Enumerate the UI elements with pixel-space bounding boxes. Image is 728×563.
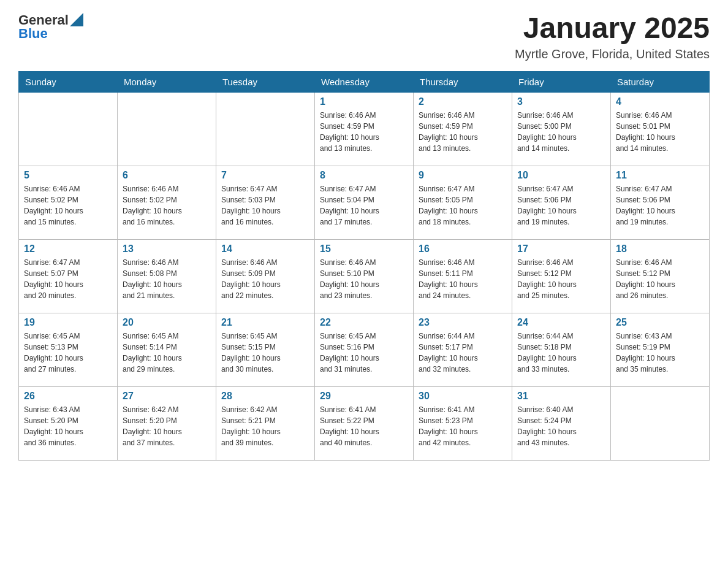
day-info: Sunrise: 6:42 AM Sunset: 5:21 PM Dayligh… [221,404,309,448]
day-info: Sunrise: 6:45 AM Sunset: 5:13 PM Dayligh… [24,331,112,375]
day-number: 4 [616,96,704,107]
calendar-cell [611,386,710,460]
day-number: 19 [24,317,112,328]
calendar-row-3: 19Sunrise: 6:45 AM Sunset: 5:13 PM Dayli… [19,313,710,386]
day-info: Sunrise: 6:46 AM Sunset: 4:59 PM Dayligh… [320,110,408,154]
day-info: Sunrise: 6:47 AM Sunset: 5:06 PM Dayligh… [616,183,704,228]
day-info: Sunrise: 6:47 AM Sunset: 5:07 PM Dayligh… [24,257,112,301]
calendar-cell: 22Sunrise: 6:45 AM Sunset: 5:16 PM Dayli… [315,313,414,386]
weekday-header-row: SundayMondayTuesdayWednesdayThursdayFrid… [19,71,710,92]
title-section: January 2025 Myrtle Grove, Florida, Unit… [515,12,710,61]
day-number: 12 [24,243,112,255]
calendar-cell: 5Sunrise: 6:46 AM Sunset: 5:02 PM Daylig… [19,166,118,239]
calendar-cell [19,92,118,166]
day-number: 5 [24,170,112,181]
calendar-cell: 13Sunrise: 6:46 AM Sunset: 5:08 PM Dayli… [118,239,216,313]
calendar-cell: 28Sunrise: 6:42 AM Sunset: 5:21 PM Dayli… [216,386,315,460]
calendar-cell: 1Sunrise: 6:46 AM Sunset: 4:59 PM Daylig… [315,92,414,166]
calendar-cell: 12Sunrise: 6:47 AM Sunset: 5:07 PM Dayli… [19,239,118,313]
calendar-cell: 31Sunrise: 6:40 AM Sunset: 5:24 PM Dayli… [512,386,611,460]
day-number: 11 [616,170,704,181]
calendar-cell: 21Sunrise: 6:45 AM Sunset: 5:15 PM Dayli… [216,313,315,386]
day-info: Sunrise: 6:47 AM Sunset: 5:06 PM Dayligh… [517,183,605,228]
day-number: 28 [221,391,309,402]
day-number: 30 [419,391,507,402]
calendar-subtitle: Myrtle Grove, Florida, United States [515,47,710,61]
calendar-row-0: 1Sunrise: 6:46 AM Sunset: 4:59 PM Daylig… [19,92,710,166]
calendar-cell: 14Sunrise: 6:46 AM Sunset: 5:09 PM Dayli… [216,239,315,313]
calendar-cell: 16Sunrise: 6:46 AM Sunset: 5:11 PM Dayli… [414,239,512,313]
logo-blue-text: Blue [18,26,83,42]
day-info: Sunrise: 6:47 AM Sunset: 5:04 PM Dayligh… [320,183,408,228]
day-info: Sunrise: 6:41 AM Sunset: 5:23 PM Dayligh… [419,404,507,448]
weekday-header-sunday: Sunday [19,71,118,92]
calendar-cell: 27Sunrise: 6:42 AM Sunset: 5:20 PM Dayli… [118,386,216,460]
day-info: Sunrise: 6:46 AM Sunset: 5:11 PM Dayligh… [419,257,507,301]
day-number: 18 [616,243,704,255]
day-number: 31 [517,391,605,402]
day-number: 6 [123,170,211,181]
calendar-cell: 26Sunrise: 6:43 AM Sunset: 5:20 PM Dayli… [19,386,118,460]
day-number: 3 [517,96,605,107]
day-info: Sunrise: 6:43 AM Sunset: 5:19 PM Dayligh… [616,331,704,375]
calendar-cell [118,92,216,166]
calendar-cell: 9Sunrise: 6:47 AM Sunset: 5:05 PM Daylig… [414,166,512,239]
calendar-cell: 17Sunrise: 6:46 AM Sunset: 5:12 PM Dayli… [512,239,611,313]
day-number: 27 [123,391,211,402]
calendar-cell: 25Sunrise: 6:43 AM Sunset: 5:19 PM Dayli… [611,313,710,386]
day-number: 24 [517,317,605,328]
weekday-header-monday: Monday [118,71,216,92]
calendar-cell [216,92,315,166]
calendar-cell: 8Sunrise: 6:47 AM Sunset: 5:04 PM Daylig… [315,166,414,239]
day-info: Sunrise: 6:45 AM Sunset: 5:16 PM Dayligh… [320,331,408,375]
day-info: Sunrise: 6:46 AM Sunset: 5:00 PM Dayligh… [517,110,605,154]
weekday-header-friday: Friday [512,71,611,92]
calendar-cell: 15Sunrise: 6:46 AM Sunset: 5:10 PM Dayli… [315,239,414,313]
calendar-cell: 29Sunrise: 6:41 AM Sunset: 5:22 PM Dayli… [315,386,414,460]
day-info: Sunrise: 6:41 AM Sunset: 5:22 PM Dayligh… [320,404,408,448]
day-number: 10 [517,170,605,181]
logo-triangle-icon [70,13,83,26]
day-info: Sunrise: 6:46 AM Sunset: 5:09 PM Dayligh… [221,257,309,301]
day-info: Sunrise: 6:43 AM Sunset: 5:20 PM Dayligh… [24,404,112,448]
calendar-cell: 3Sunrise: 6:46 AM Sunset: 5:00 PM Daylig… [512,92,611,166]
logo: General Blue [18,12,83,42]
day-number: 2 [419,96,507,107]
day-number: 21 [221,317,309,328]
calendar-cell: 18Sunrise: 6:46 AM Sunset: 5:12 PM Dayli… [611,239,710,313]
day-number: 13 [123,243,211,255]
calendar-cell: 20Sunrise: 6:45 AM Sunset: 5:14 PM Dayli… [118,313,216,386]
day-number: 9 [419,170,507,181]
day-info: Sunrise: 6:46 AM Sunset: 5:02 PM Dayligh… [123,183,211,228]
day-info: Sunrise: 6:47 AM Sunset: 5:05 PM Dayligh… [419,183,507,228]
weekday-header-thursday: Thursday [414,71,512,92]
day-info: Sunrise: 6:46 AM Sunset: 4:59 PM Dayligh… [419,110,507,154]
day-info: Sunrise: 6:45 AM Sunset: 5:14 PM Dayligh… [123,331,211,375]
day-number: 26 [24,391,112,402]
calendar-row-1: 5Sunrise: 6:46 AM Sunset: 5:02 PM Daylig… [19,166,710,239]
day-info: Sunrise: 6:46 AM Sunset: 5:12 PM Dayligh… [616,257,704,301]
weekday-header-saturday: Saturday [611,71,710,92]
calendar-cell: 10Sunrise: 6:47 AM Sunset: 5:06 PM Dayli… [512,166,611,239]
day-number: 29 [320,391,408,402]
calendar-table: SundayMondayTuesdayWednesdayThursdayFrid… [18,71,710,461]
weekday-header-tuesday: Tuesday [216,71,315,92]
day-info: Sunrise: 6:47 AM Sunset: 5:03 PM Dayligh… [221,183,309,228]
day-info: Sunrise: 6:44 AM Sunset: 5:18 PM Dayligh… [517,331,605,375]
day-info: Sunrise: 6:46 AM Sunset: 5:02 PM Dayligh… [24,183,112,228]
day-info: Sunrise: 6:46 AM Sunset: 5:12 PM Dayligh… [517,257,605,301]
day-number: 17 [517,243,605,255]
day-number: 14 [221,243,309,255]
calendar-cell: 30Sunrise: 6:41 AM Sunset: 5:23 PM Dayli… [414,386,512,460]
page-header: General Blue January 2025 Myrtle Grove, … [18,12,710,61]
calendar-cell: 7Sunrise: 6:47 AM Sunset: 5:03 PM Daylig… [216,166,315,239]
calendar-cell: 11Sunrise: 6:47 AM Sunset: 5:06 PM Dayli… [611,166,710,239]
day-number: 15 [320,243,408,255]
day-info: Sunrise: 6:44 AM Sunset: 5:17 PM Dayligh… [419,331,507,375]
day-number: 20 [123,317,211,328]
day-info: Sunrise: 6:40 AM Sunset: 5:24 PM Dayligh… [517,404,605,448]
day-info: Sunrise: 6:45 AM Sunset: 5:15 PM Dayligh… [221,331,309,375]
calendar-title: January 2025 [515,12,710,45]
day-number: 25 [616,317,704,328]
calendar-row-4: 26Sunrise: 6:43 AM Sunset: 5:20 PM Dayli… [19,386,710,460]
